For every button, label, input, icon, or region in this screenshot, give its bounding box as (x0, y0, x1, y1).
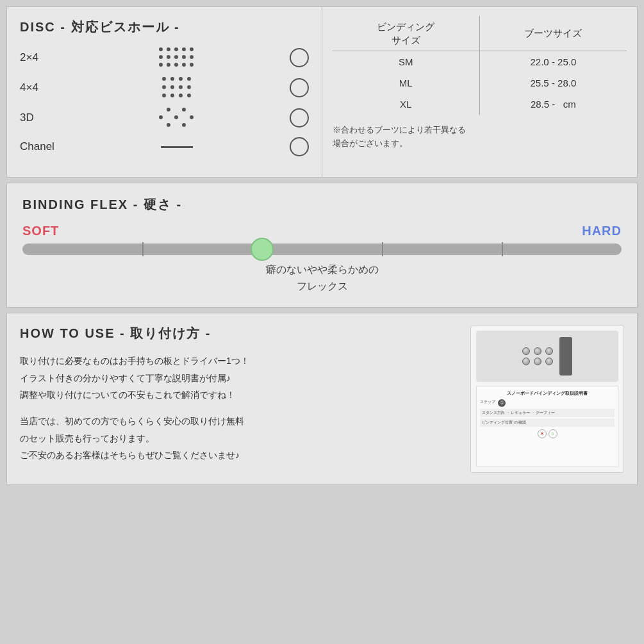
size-note: ※合わせるブーツにより若干異なる場合がございます。 (333, 124, 627, 151)
boots-xl: 28.5 - cm (479, 94, 627, 115)
disc-circle-chanel (290, 137, 309, 156)
flex-tick-3 (382, 242, 383, 256)
disc-row-chanel: Chanel (20, 137, 309, 156)
size-row-ml: ML 25.5 - 28.0 (333, 72, 627, 94)
flex-bar-track (22, 244, 622, 255)
flex-title: BINDING FLEX - 硬さ - (22, 196, 622, 213)
hardware-image (476, 331, 618, 382)
binding-size-header: ビンディング サイズ (333, 16, 480, 51)
flex-section: BINDING FLEX - 硬さ - SOFT HARD 癖のないやや柔らかめ… (6, 183, 638, 308)
soft-hard-labels: SOFT HARD (22, 224, 622, 238)
screw (522, 358, 530, 365)
boots-size-header: ブーツサイズ (479, 16, 627, 51)
step1-badge: ① (498, 399, 506, 407)
disc-size-section: DISC - 対応ビスホール - 2×4 4×4 (6, 6, 638, 178)
disc-circle-3d (290, 108, 309, 128)
disc-title: DISC - 対応ビスホール - (20, 19, 309, 36)
instr-step-row: ステップ ① (480, 399, 615, 407)
howto-text: HOW TO USE - 取り付け方 - 取り付けに必要なものはお手持ちの板とド… (20, 325, 460, 473)
boots-sm: 22.0 - 25.0 (479, 51, 627, 73)
screw (545, 358, 553, 365)
screw (534, 347, 541, 355)
disc-dots-4x4 (71, 77, 283, 99)
strap-item (559, 337, 572, 376)
size-sm: SM (333, 51, 480, 73)
disc-label-chanel: Chanel (20, 140, 71, 153)
screw (522, 347, 530, 355)
size-row-xl: XL 28.5 - cm (333, 94, 627, 115)
disc-label-4x4: 4×4 (20, 81, 71, 94)
size-row-sm: SM 22.0 - 25.0 (333, 51, 627, 73)
disc-dots-3d (71, 108, 283, 128)
size-section: ビンディング サイズ ブーツサイズ SM 22.0 - 25.0 ML 25.5… (322, 7, 638, 177)
howto-section: HOW TO USE - 取り付け方 - 取り付けに必要なものはお手持ちの板とド… (6, 313, 638, 485)
disc-dots-chanel (71, 146, 283, 148)
howto-image: スノーボードバインディング取扱説明書 ステップ ① スタンス方向 ・ レギュラー… (470, 325, 624, 473)
flex-tick-1 (142, 242, 144, 256)
instr-icons: ✕ ○ (480, 429, 615, 438)
disc-label-2x4: 2×4 (20, 51, 71, 64)
howto-title: HOW TO USE - 取り付け方 - (20, 325, 460, 342)
boots-ml: 25.5 - 28.0 (479, 72, 627, 94)
disc-section: DISC - 対応ビスホール - 2×4 4×4 (7, 7, 322, 177)
howto-para-2: 当店では、初めての方でもらくらく安心の取り付け無料 のセット販売も行っております… (20, 413, 460, 464)
disc-circle-4x4 (290, 78, 309, 97)
hard-label: HARD (582, 224, 622, 238)
no-icon: ✕ (538, 429, 547, 438)
soft-label: SOFT (22, 224, 59, 238)
disc-row-2x4: 2×4 (20, 47, 309, 68)
flex-tick-4 (502, 242, 503, 256)
screw (545, 347, 553, 355)
instr-content-2: ビンディング位置 の 確認 (480, 418, 615, 427)
disc-dots-2x4 (71, 47, 283, 68)
size-ml: ML (333, 72, 480, 94)
flex-description: 癖のないやや柔らかめの フレックス (22, 261, 622, 294)
disc-row-3d: 3D (20, 108, 309, 128)
instruction-sheet: スノーボードバインディング取扱説明書 ステップ ① スタンス方向 ・ レギュラー… (476, 386, 618, 467)
size-table: ビンディング サイズ ブーツサイズ SM 22.0 - 25.0 ML 25.5… (333, 16, 627, 115)
flex-indicator (251, 238, 274, 261)
size-xl: XL (333, 94, 480, 115)
ok-icon: ○ (549, 429, 557, 438)
flex-bar-container (22, 244, 622, 255)
howto-para-1: 取り付けに必要なものはお手持ちの板とドライバー1つ！ イラスト付きの分かりやすく… (20, 352, 460, 404)
instr-content-1: スタンス方向 ・ レギュラー ・ グーフィー (480, 409, 615, 417)
chanel-line (161, 146, 193, 148)
screw (534, 358, 541, 365)
main-container: DISC - 対応ビスホール - 2×4 4×4 (6, 6, 638, 485)
screw-group (522, 347, 554, 365)
disc-circle-2x4 (290, 48, 309, 67)
instr-title: スノーボードバインディング取扱説明書 (480, 390, 615, 397)
disc-row-4x4: 4×4 (20, 77, 309, 99)
disc-label-3d: 3D (20, 111, 71, 124)
